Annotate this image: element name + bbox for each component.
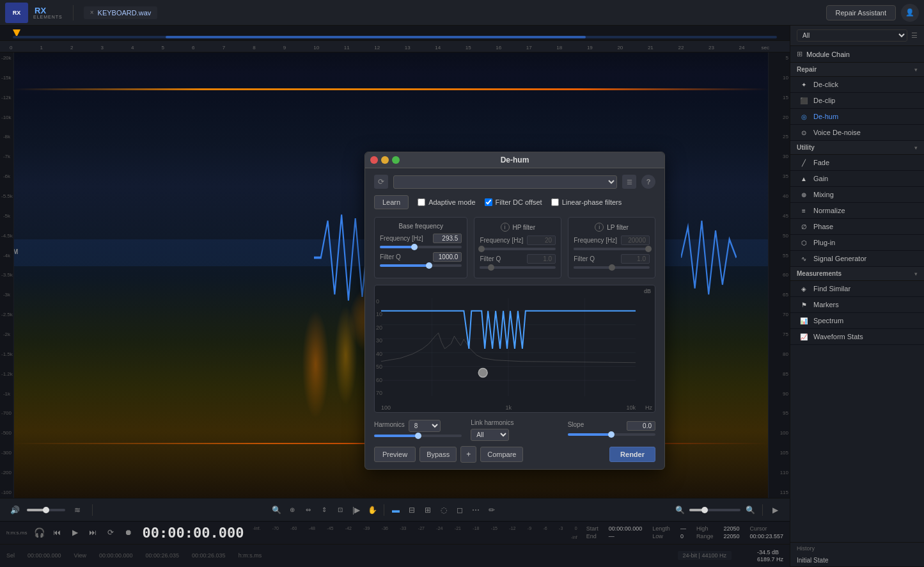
- sidebar-item-spectrum[interactable]: 📊 Spectrum: [790, 313, 924, 329]
- expand-icon[interactable]: ▶: [768, 503, 782, 517]
- brush-tool[interactable]: ◻: [453, 503, 467, 517]
- preview-button[interactable]: Preview: [374, 447, 416, 462]
- window-close-button[interactable]: [370, 156, 378, 164]
- waveform-spikes-right: [681, 209, 736, 307]
- zoom-out-tool[interactable]: 🔍: [269, 503, 283, 517]
- sidebar-item-mixing[interactable]: ⊕ Mixing: [790, 187, 924, 203]
- adaptive-mode-input[interactable]: [418, 198, 425, 206]
- hp-q-value[interactable]: 1.0: [527, 254, 556, 264]
- zoom-out-button[interactable]: 🔍: [673, 503, 687, 517]
- loop-button[interactable]: ⟳: [104, 525, 118, 539]
- spectrogram-area[interactable]: -20k -15k -12k -10k -8k -7k -6k -5.5k -5…: [0, 52, 790, 498]
- base-freq-value[interactable]: 293.5: [433, 234, 462, 243]
- compare-button[interactable]: Compare: [480, 447, 523, 462]
- lp-freq-value[interactable]: 20000: [621, 236, 650, 245]
- sidebar-item-normalize[interactable]: ≡ Normalize: [790, 203, 924, 219]
- tab-close-icon[interactable]: ×: [90, 9, 94, 16]
- sidebar-item-markers[interactable]: ⚑ Markers: [790, 297, 924, 313]
- measurements-section-header[interactable]: Measurements ▾: [790, 267, 924, 281]
- sidebar-item-signal-generator[interactable]: ∿ Signal Generator: [790, 251, 924, 267]
- view-start: 00:00:00.000: [99, 552, 133, 559]
- hp-freq-slider[interactable]: [480, 248, 556, 250]
- lp-info-icon[interactable]: i: [595, 223, 604, 232]
- linear-phase-checkbox[interactable]: Linear-phase filters: [551, 198, 622, 206]
- headphone-icon[interactable]: 🎧: [32, 525, 46, 539]
- render-button[interactable]: Render: [609, 447, 655, 462]
- link-harmonics-select[interactable]: All None: [471, 429, 509, 441]
- utility-section-header[interactable]: Utility ▾: [790, 141, 924, 155]
- zoom-fit-all[interactable]: ⊡: [333, 503, 347, 517]
- window-maximize-button[interactable]: [392, 156, 400, 164]
- file-tab[interactable]: × KEYBOARD.wav: [84, 6, 158, 19]
- filter-q-slider[interactable]: [380, 264, 462, 267]
- menu-button[interactable]: ☰: [622, 175, 636, 189]
- filter-q-value[interactable]: 1000.0: [433, 252, 462, 262]
- sidebar-item-voice-denoise[interactable]: ⊙ Voice De-noise: [790, 125, 924, 141]
- freq-selection-tool[interactable]: ⊞: [421, 503, 435, 517]
- base-freq-slider[interactable]: [380, 246, 462, 248]
- overview-bar[interactable]: [0, 26, 790, 41]
- window-minimize-button[interactable]: [381, 156, 389, 164]
- volume-icon[interactable]: 🔊: [8, 503, 22, 517]
- zoom-slider[interactable]: [689, 509, 740, 511]
- lp-q-row: Filter Q 1.0: [574, 254, 650, 264]
- zoom-fit-horizontal[interactable]: ⇔: [301, 503, 315, 517]
- orange-line-top: [14, 88, 768, 90]
- adaptive-mode-checkbox[interactable]: Adaptive mode: [418, 198, 475, 206]
- sidebar-list-icon[interactable]: ☰: [911, 31, 918, 40]
- zoom-in-tool[interactable]: ⊕: [285, 503, 299, 517]
- slope-value[interactable]: 0.0: [627, 421, 655, 431]
- sidebar-item-find-similar[interactable]: ◈ Find Similar: [790, 281, 924, 297]
- filter-dc-checkbox[interactable]: Filter DC offset: [485, 198, 542, 206]
- sidebar-filter-select[interactable]: All Repair Utility Measurements: [797, 29, 907, 42]
- sidebar-item-phase[interactable]: ∅ Phase: [790, 219, 924, 235]
- help-button[interactable]: ?: [641, 175, 655, 189]
- frequency-response-graph[interactable]: dB 0 10 20 30 40 50 60 70: [374, 285, 655, 413]
- lasso-tool[interactable]: ◌: [437, 503, 451, 517]
- harmonics-slider[interactable]: [374, 435, 462, 437]
- preset-select[interactable]: [393, 175, 617, 189]
- filter-dc-input[interactable]: [485, 198, 492, 206]
- history-item-initial[interactable]: Initial State: [790, 554, 924, 567]
- lp-q-slider[interactable]: [574, 266, 650, 269]
- learn-button[interactable]: Learn: [374, 195, 409, 209]
- sidebar-item-waveform-stats[interactable]: 📈 Waveform Stats: [790, 329, 924, 345]
- sidebar-item-dehum[interactable]: ◎ De-hum: [790, 109, 924, 125]
- record-button[interactable]: ⏺: [121, 525, 136, 539]
- time-selection-tool[interactable]: ⊟: [405, 503, 419, 517]
- repair-section-header[interactable]: Repair ▾: [790, 63, 924, 77]
- pencil-tool[interactable]: ✏: [485, 503, 499, 517]
- skip-back-button[interactable]: ⏮: [50, 525, 64, 539]
- hp-q-slider[interactable]: [480, 266, 556, 269]
- bypass-button[interactable]: Bypass: [419, 447, 457, 462]
- linear-phase-input[interactable]: [551, 198, 559, 206]
- preset-icon[interactable]: ⟳: [374, 175, 388, 189]
- sidebar-item-declip[interactable]: ⬛ De-clip: [790, 93, 924, 109]
- repair-assistant-button[interactable]: Repair Assistant: [826, 5, 896, 20]
- harmonic-tool[interactable]: ⋯: [469, 503, 483, 517]
- selection-tool[interactable]: ▬: [389, 503, 403, 517]
- zoom-fit-vertical[interactable]: ⇕: [317, 503, 331, 517]
- play-cursor-tool[interactable]: |▶: [349, 503, 363, 517]
- sidebar-item-fade[interactable]: ╱ Fade: [790, 155, 924, 171]
- harmonics-select[interactable]: 8 4 16: [409, 420, 441, 432]
- add-button[interactable]: +: [460, 446, 476, 463]
- user-avatar[interactable]: 👤: [901, 4, 919, 22]
- volume-slider[interactable]: [27, 509, 65, 511]
- lp-freq-slider[interactable]: [574, 248, 650, 250]
- skip-forward-button[interactable]: ⏭: [86, 525, 100, 539]
- zoom-in-button[interactable]: 🔍: [743, 503, 757, 517]
- sidebar-item-gain[interactable]: ▲ Gain: [790, 171, 924, 187]
- link-harmonics-section: Link harmonics All None: [471, 419, 558, 441]
- waveform-icon[interactable]: ≋: [70, 503, 84, 517]
- hp-freq-value[interactable]: 20: [527, 236, 556, 245]
- hand-tool[interactable]: ✋: [365, 503, 379, 517]
- play-button[interactable]: ▶: [68, 525, 82, 539]
- sidebar-item-plugin[interactable]: ⬡ Plug-in: [790, 235, 924, 251]
- slope-slider[interactable]: [568, 433, 655, 436]
- hp-info-icon[interactable]: i: [501, 223, 510, 232]
- module-chain-button[interactable]: ⊞ Module Chain: [790, 46, 924, 63]
- sidebar-item-declick[interactable]: ✦ De-click: [790, 77, 924, 93]
- graph-handle[interactable]: [478, 369, 487, 378]
- lp-q-value[interactable]: 1.0: [621, 254, 650, 264]
